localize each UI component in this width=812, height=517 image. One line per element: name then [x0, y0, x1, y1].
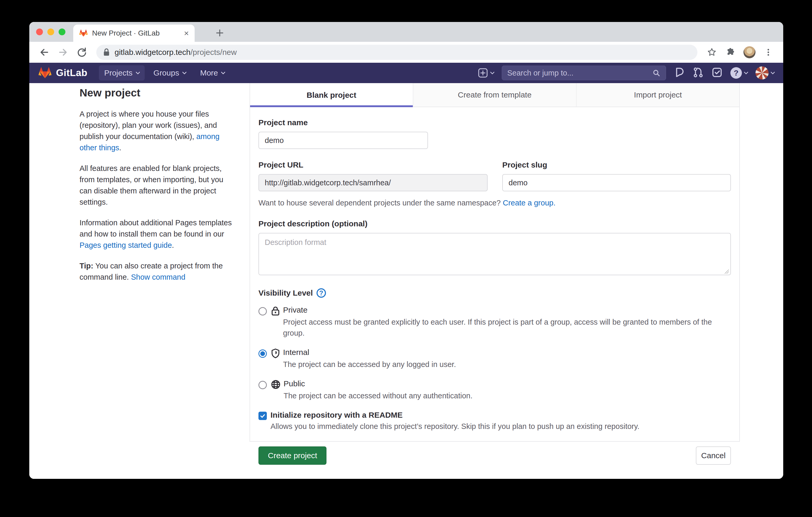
internal-radio[interactable] — [258, 349, 267, 358]
project-name-label: Project name — [258, 118, 731, 127]
project-slug-input[interactable] — [502, 174, 731, 191]
tab-blank-project[interactable]: Blank project — [250, 83, 413, 107]
namespace-hint: Want to house several dependent projects… — [258, 199, 731, 207]
visibility-help-icon[interactable]: ? — [317, 288, 326, 298]
chevron-down-icon — [771, 70, 775, 74]
visibility-option-private[interactable]: Private Project access must be granted e… — [258, 306, 731, 338]
new-project-sidebar: New project A project is where you house… — [80, 87, 237, 283]
lock-icon — [103, 48, 110, 57]
description-wrapper — [258, 228, 731, 276]
issues-button[interactable] — [674, 67, 685, 79]
merge-requests-button[interactable] — [693, 67, 704, 79]
globe-icon — [271, 380, 281, 390]
url-host: gitlab.widgetcorp.tech — [115, 48, 191, 57]
hint-text: Want to house several dependent projects… — [258, 199, 503, 207]
visibility-label-text: Visibility Level — [258, 288, 313, 298]
readme-label: Initialize repository with a README — [270, 410, 639, 420]
bookmark-button[interactable] — [704, 44, 720, 60]
public-radio[interactable] — [258, 381, 267, 389]
readme-checkbox[interactable] — [258, 412, 267, 420]
gitlab-favicon — [79, 29, 88, 37]
tab-import-project[interactable]: Import project — [576, 83, 739, 107]
address-bar[interactable]: gitlab.widgetcorp.tech/projects/new — [96, 45, 697, 60]
reload-button[interactable] — [74, 44, 90, 60]
help-menu-button[interactable]: ? — [730, 67, 748, 79]
gitlab-menus: Projects Groups More — [99, 65, 230, 81]
project-slug-group: Project slug — [502, 160, 731, 191]
project-type-tabs: Blank project Create from template Impor… — [250, 83, 739, 107]
tip-bold: Tip: — [80, 262, 93, 270]
sidebar-paragraph: All features are enabled for blank proje… — [80, 163, 237, 208]
issues-icon — [674, 67, 685, 78]
page-title: New project — [80, 87, 237, 99]
todo-check-icon — [712, 67, 723, 78]
description-label: Project description (optional) — [258, 219, 731, 228]
sidebar-tip: Tip: You can also create a project from … — [80, 260, 237, 283]
sidebar-paragraph: Information about additional Pages templ… — [80, 217, 237, 251]
minimize-window-button[interactable] — [47, 29, 54, 35]
description-textarea[interactable] — [258, 233, 731, 275]
internal-option-body: Internal The project can be accessed by … — [283, 348, 456, 370]
todos-button[interactable] — [712, 67, 723, 79]
paragraph-text: . — [172, 241, 174, 249]
new-tab-button[interactable] — [212, 26, 227, 40]
tab-title: New Project · GitLab — [92, 29, 180, 37]
private-radio[interactable] — [258, 307, 267, 315]
global-search[interactable] — [502, 66, 666, 80]
gitlab-home-link[interactable]: GitLab — [38, 67, 87, 79]
plus-icon — [215, 29, 224, 37]
private-option-name: Private — [283, 306, 725, 314]
create-project-button[interactable]: Create project — [258, 447, 326, 465]
user-menu-button[interactable] — [755, 66, 774, 80]
project-url-input[interactable] — [258, 174, 488, 191]
public-option-body: Public The project can be accessed witho… — [284, 379, 472, 401]
reload-icon — [77, 47, 87, 58]
private-option-desc: Project access must be granted explicitl… — [283, 316, 725, 338]
readme-desc: Allows you to immediately clone this pro… — [270, 422, 639, 431]
tab-create-from-template[interactable]: Create from template — [413, 83, 576, 107]
gitlab-logo-icon — [38, 67, 52, 79]
lock-icon — [271, 306, 280, 317]
visibility-level-label: Visibility Level ? — [258, 288, 731, 298]
nav-groups-menu[interactable]: Groups — [148, 65, 191, 81]
profile-button[interactable] — [742, 44, 758, 60]
back-button[interactable] — [36, 44, 52, 60]
paragraph-text: . — [119, 144, 121, 152]
tab-close-icon[interactable]: × — [184, 29, 189, 37]
visibility-option-internal[interactable]: Internal The project can be accessed by … — [258, 348, 731, 370]
check-icon — [260, 413, 265, 419]
url-path: /projects/new — [191, 48, 237, 57]
blank-project-form: Project name Project URL Project slug Wa… — [250, 107, 739, 465]
public-option-desc: The project can be accessed without any … — [284, 390, 472, 401]
gitlab-brand-text: GitLab — [56, 67, 87, 79]
forward-button[interactable] — [55, 44, 71, 60]
chevron-down-icon — [744, 70, 748, 74]
paragraph-text: Information about additional Pages templ… — [80, 218, 232, 238]
close-window-button[interactable] — [36, 29, 43, 35]
nav-projects-menu[interactable]: Projects — [99, 65, 144, 81]
nav-more-menu[interactable]: More — [195, 65, 230, 81]
browser-avatar — [744, 46, 755, 58]
project-name-input[interactable] — [258, 132, 428, 149]
visibility-option-public[interactable]: Public The project can be accessed witho… — [258, 379, 731, 401]
browser-menu-button[interactable] — [760, 44, 776, 60]
new-project-panel: Blank project Create from template Impor… — [250, 83, 740, 442]
plus-square-icon — [478, 68, 488, 78]
shield-icon — [271, 348, 280, 359]
extensions-button[interactable] — [723, 44, 739, 60]
new-menu-button[interactable] — [478, 68, 494, 78]
search-input[interactable] — [507, 69, 652, 78]
form-actions: Create project Cancel — [258, 447, 731, 465]
kebab-menu-icon — [764, 48, 773, 57]
show-command-link[interactable]: Show command — [131, 273, 185, 281]
browser-toolbar: gitlab.widgetcorp.tech/projects/new — [29, 42, 783, 63]
create-a-group-link[interactable]: Create a group. — [503, 199, 556, 207]
browser-window: New Project · GitLab × — [29, 22, 783, 479]
cancel-button[interactable]: Cancel — [696, 447, 731, 465]
zoom-window-button[interactable] — [59, 29, 65, 35]
pages-guide-link[interactable]: Pages getting started guide — [80, 241, 172, 249]
project-slug-label: Project slug — [502, 160, 731, 170]
browser-tab[interactable]: New Project · GitLab × — [73, 25, 195, 42]
star-icon — [707, 47, 717, 57]
readme-row[interactable]: Initialize repository with a README Allo… — [258, 410, 731, 431]
